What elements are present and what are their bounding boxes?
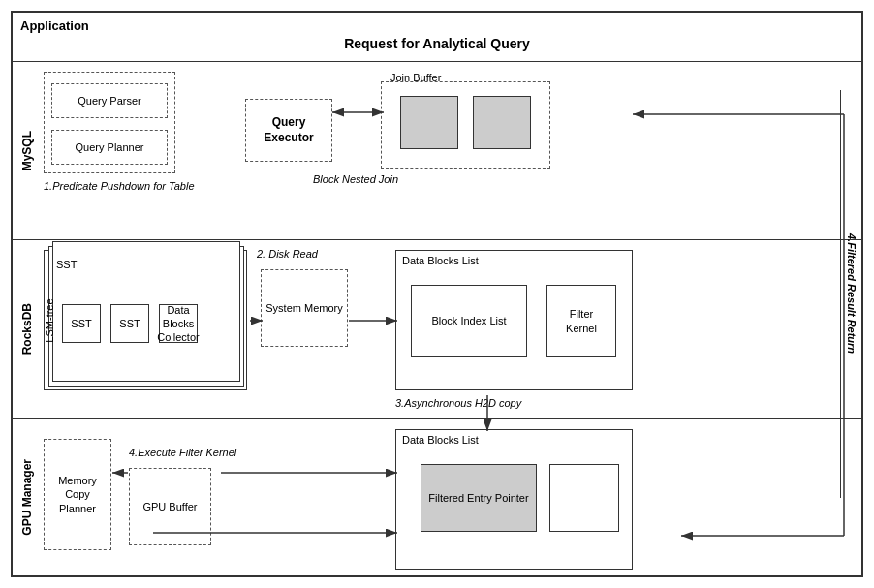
mysql-label: MySQL	[16, 62, 38, 239]
filtered-result-label: 4.Filtered Result Return	[840, 90, 861, 498]
gpu-buffer-label: Data Blocks List	[402, 434, 479, 446]
block-index-list-box: Filter Kernel	[546, 285, 616, 357]
disk-read-label: 2. Disk Read	[257, 248, 318, 260]
execute-filter-label: 4.Execute Filter Kernel	[129, 447, 236, 458]
system-memory-label: Data Blocks List	[402, 255, 479, 266]
rocksdb-label: RocksDB	[16, 240, 38, 418]
data-blocks-list-gpu-box: Filtered Entry Pointer	[421, 464, 537, 532]
filter-kernel-box: Memory Copy Planner	[44, 439, 111, 550]
filtered-entry-pointer-box	[549, 464, 619, 532]
query-executor-box: Query Executor	[245, 99, 332, 162]
data-blocks-list-rm-box: Block Index List	[411, 285, 527, 357]
join-buf-2	[473, 96, 531, 149]
request-label: Request for Analytical Query	[344, 36, 530, 51]
memory-copy-planner-box: GPU Buffer	[129, 468, 211, 545]
app-label: Application	[20, 18, 89, 33]
block-nested-join-label: Block Nested Join	[313, 173, 398, 185]
sst3-box: Data Blocks Collector	[159, 304, 198, 343]
mysql-left-container	[44, 72, 175, 173]
lsm-tree-label: LSM-tree	[44, 298, 55, 342]
diagram-wrapper: Application Request for Analytical Query…	[11, 11, 863, 577]
sst2-box: SST	[110, 304, 149, 343]
async-copy-label: 3.Asynchronous H2D copy	[395, 397, 521, 409]
sst1-box: SST	[62, 304, 101, 343]
predicate-pushdown: 1.Predicate Pushdown for Table	[44, 180, 195, 192]
data-blocks-collector-box: System Memory	[261, 269, 348, 347]
gpu-manager-label: GPU Manager	[16, 419, 38, 575]
join-buf-1	[400, 96, 458, 149]
level-n-label: SST	[56, 259, 77, 270]
